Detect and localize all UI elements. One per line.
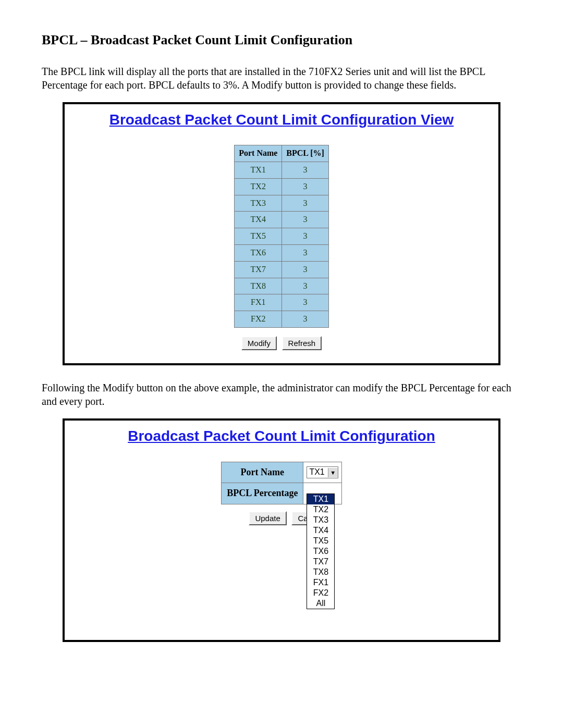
refresh-button[interactable]: Refresh (282, 336, 322, 351)
table-row: FX23 (235, 311, 329, 328)
table-row: TX83 (235, 278, 329, 294)
bpcl-pct-cell: 3 (282, 311, 328, 328)
modify-button[interactable]: Modify (241, 336, 277, 351)
bpcl-pct-cell: 3 (282, 228, 328, 245)
port-name-cell: TX7 (235, 261, 282, 278)
panel-title-view: Broadcast Packet Count Limit Configurati… (70, 108, 493, 134)
screenshot-modify-panel: Broadcast Packet Count Limit Configurati… (63, 418, 500, 642)
table-row: TX43 (235, 212, 329, 228)
dropdown-option[interactable]: TX1 (307, 494, 334, 504)
table-row: TX33 (235, 195, 329, 212)
dropdown-arrow-icon[interactable]: ▼ (328, 468, 338, 477)
port-name-cell: TX6 (235, 244, 282, 261)
intro-paragraph: The BPCL link will display all the ports… (42, 65, 521, 92)
label-bpcl-percentage: BPCL Percentage (222, 483, 303, 504)
table-row: TX73 (235, 261, 329, 278)
bpcl-table: Port Name BPCL [%] TX13TX23TX33TX43TX53T… (234, 145, 329, 328)
dropdown-option[interactable]: FX1 (307, 577, 334, 588)
table-row: TX23 (235, 178, 329, 195)
port-select-value: TX1 (309, 467, 327, 478)
table-row: TX63 (235, 244, 329, 261)
table-row: FX13 (235, 294, 329, 311)
table-row: TX13 (235, 162, 329, 178)
port-name-cell: FX2 (235, 311, 282, 328)
port-dropdown-list[interactable]: TX1TX2TX3TX4TX5TX6TX7TX8FX1FX2All (307, 493, 335, 609)
bpcl-input-cell: TX1TX2TX3TX4TX5TX6TX7TX8FX1FX2All (303, 483, 341, 504)
bpcl-pct-cell: 3 (282, 212, 328, 228)
bpcl-pct-cell: 3 (282, 195, 328, 212)
dropdown-option[interactable]: FX2 (307, 588, 334, 598)
port-name-cell: TX3 (235, 195, 282, 212)
update-button[interactable]: Update (249, 511, 286, 526)
port-name-cell: TX1 (235, 162, 282, 178)
dropdown-option[interactable]: TX3 (307, 515, 334, 525)
port-select[interactable]: TX1 ▼ (307, 466, 338, 478)
dropdown-option[interactable]: TX6 (307, 546, 334, 557)
port-name-cell: TX8 (235, 278, 282, 294)
port-name-cell: TX5 (235, 228, 282, 245)
bpcl-pct-cell: 3 (282, 162, 328, 178)
bpcl-pct-cell: 3 (282, 294, 328, 311)
label-port-name: Port Name (222, 462, 303, 483)
screenshot-view-panel: Broadcast Packet Count Limit Configurati… (63, 102, 500, 366)
dropdown-option[interactable]: TX4 (307, 525, 334, 536)
bpcl-pct-cell: 3 (282, 178, 328, 195)
port-name-cell: TX2 (235, 178, 282, 195)
port-select-cell: TX1 ▼ (303, 462, 341, 483)
dropdown-option[interactable]: TX2 (307, 504, 334, 515)
port-name-cell: TX4 (235, 212, 282, 228)
page-heading: BPCL – Broadcast Packet Count Limit Conf… (42, 31, 521, 49)
dropdown-option[interactable]: TX7 (307, 557, 334, 567)
dropdown-option[interactable]: TX8 (307, 567, 334, 577)
port-name-cell: FX1 (235, 294, 282, 311)
panel-title-modify: Broadcast Packet Count Limit Configurati… (70, 425, 493, 451)
bpcl-pct-cell: 3 (282, 261, 328, 278)
dropdown-option[interactable]: All (307, 598, 334, 609)
dropdown-option[interactable]: TX5 (307, 536, 334, 546)
mid-paragraph: Following the Modify button on the above… (42, 381, 521, 408)
col-port-name: Port Name (235, 145, 282, 162)
table-row: TX53 (235, 228, 329, 245)
modify-form-table: Port Name TX1 ▼ BPCL Percentage TX1TX2TX… (221, 462, 341, 504)
col-bpcl-pct: BPCL [%] (282, 145, 328, 162)
bpcl-pct-cell: 3 (282, 278, 328, 294)
bpcl-pct-cell: 3 (282, 244, 328, 261)
